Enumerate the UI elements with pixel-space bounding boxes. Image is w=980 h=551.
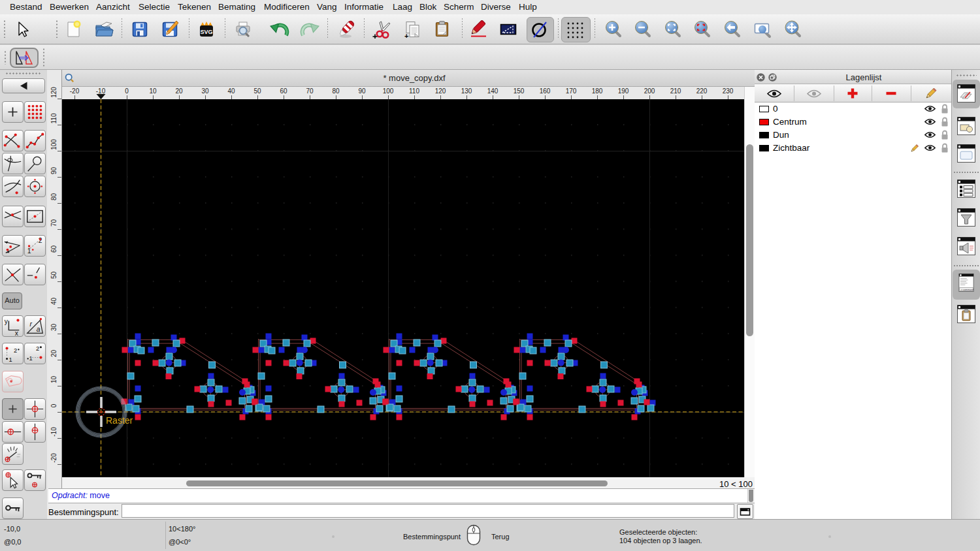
svg-text:1: 1 <box>27 247 31 255</box>
svg-text:1: 1 <box>29 354 33 362</box>
svg-text:x: x <box>15 330 19 336</box>
svg-text:y: y <box>5 318 8 325</box>
svg-text:> command: > command <box>961 289 973 291</box>
svg-text:2: 2 <box>14 347 17 354</box>
svg-text:2: 2 <box>36 345 39 352</box>
svg-text:SVG: SVG <box>200 29 212 35</box>
svg-text:2: 2 <box>39 237 42 244</box>
svg-text:Raster: Raster <box>106 415 133 426</box>
svg-text:a: a <box>37 326 41 333</box>
svg-text:+: + <box>404 32 408 39</box>
svg-text:r: r <box>30 321 33 328</box>
svg-text:1: 1 <box>8 356 12 363</box>
